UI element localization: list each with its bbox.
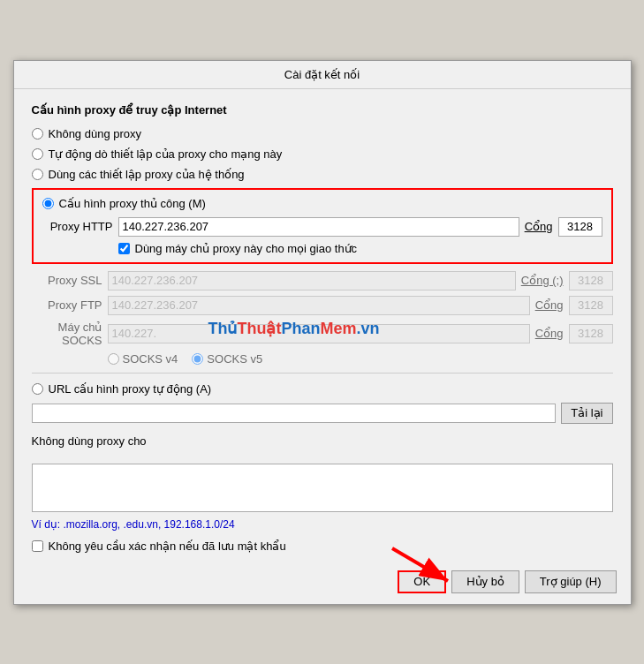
radio-manual-proxy-input[interactable] (42, 198, 54, 209)
proxy-socks-wrapper: Máy chủ SOCKS Cổng ThủThuậtPhanMem.vn (32, 321, 613, 347)
radio-url-auto-input[interactable] (32, 383, 43, 395)
radio-no-proxy[interactable]: Không dùng proxy (32, 127, 613, 140)
port-socks-label: Cổng (535, 327, 564, 340)
cancel-button[interactable]: Hủy bỏ (451, 570, 519, 593)
no-proxy-section: Không dùng proxy cho Ví dụ: .mozilla.org… (32, 434, 613, 531)
proxy-http-label: Proxy HTTP (42, 220, 113, 233)
no-proxy-label: Không dùng proxy cho (32, 434, 613, 448)
proxy-http-row: Proxy HTTP Cổng (42, 217, 602, 237)
use-same-proxy-label: Dùng máy chủ proxy này cho mọi giao thức (135, 242, 358, 255)
no-proxy-textarea[interactable] (32, 464, 613, 512)
socks-v5-label: SOCKS v5 (207, 352, 262, 366)
dialog: Cài đặt kết nối Cấu hình proxy để truy c… (13, 60, 632, 605)
manual-proxy-box: Cấu hình proxy thủ công (M) Proxy HTTP C… (32, 188, 613, 264)
no-password-label: Không yêu cầu xác nhận nếu đã lưu mật kh… (49, 540, 286, 553)
radio-url-auto-label: URL cấu hình proxy tự động (A) (49, 382, 212, 396)
proxy-ssl-row: Proxy SSL Cổng (;) (32, 271, 613, 290)
socks-v4-radio[interactable] (108, 353, 119, 365)
socks-version-row: SOCKS v4 SOCKS v5 (108, 352, 613, 366)
dialog-footer: OK Hủy bỏ Trợ giúp (H) (14, 563, 631, 604)
port-ftp-input (569, 296, 613, 315)
port-http-label: Cổng (525, 220, 553, 233)
no-password-checkbox[interactable] (32, 540, 43, 552)
title-text: Cài đặt kết nối (284, 68, 360, 81)
port-http-input[interactable] (558, 217, 602, 237)
radio-manual-proxy-label: Cấu hình proxy thủ công (M) (59, 197, 206, 210)
socks-v4-option[interactable]: SOCKS v4 (108, 352, 178, 366)
use-same-proxy-row[interactable]: Dùng máy chủ proxy này cho mọi giao thức (118, 242, 602, 255)
radio-system-proxy[interactable]: Dùng các thiết lập proxy của hệ thống (32, 168, 613, 181)
radio-auto-detect[interactable]: Tự động dò thiết lập của proxy cho mạng … (32, 147, 613, 161)
no-password-row[interactable]: Không yêu cầu xác nhận nếu đã lưu mật kh… (32, 540, 613, 553)
dialog-body: Cấu hình proxy để truy cập Internet Khôn… (14, 89, 631, 563)
proxy-ssl-input (108, 271, 516, 290)
proxy-ftp-input (108, 296, 530, 315)
example-text: Ví dụ: .mozilla.org, .edu.vn, 192.168.1.… (32, 518, 613, 531)
radio-no-proxy-label: Không dùng proxy (49, 127, 142, 140)
radio-no-proxy-input[interactable] (32, 128, 43, 140)
proxy-ftp-label: Proxy FTP (32, 298, 102, 312)
proxy-http-input[interactable] (118, 217, 519, 237)
url-auto-input[interactable] (32, 404, 557, 423)
proxy-socks-row: Máy chủ SOCKS Cổng (32, 321, 613, 347)
dialog-title: Cài đặt kết nối (14, 61, 631, 89)
radio-auto-detect-label: Tự động dò thiết lập của proxy cho mạng … (49, 147, 283, 161)
radio-url-auto[interactable]: URL cấu hình proxy tự động (A) (32, 382, 613, 396)
divider (32, 373, 613, 374)
port-ssl-label: Cổng (;) (521, 274, 564, 287)
use-same-proxy-checkbox[interactable] (118, 243, 130, 254)
red-arrow-icon (388, 544, 458, 588)
help-button[interactable]: Trợ giúp (H) (525, 570, 617, 593)
socks-v5-option[interactable]: SOCKS v5 (192, 352, 262, 366)
svg-line-1 (392, 548, 448, 581)
radio-manual-proxy[interactable]: Cấu hình proxy thủ công (M) (42, 197, 602, 210)
proxy-socks-input (108, 324, 530, 343)
port-socks-input (569, 324, 613, 343)
reload-button[interactable]: Tải lại (561, 403, 612, 424)
socks-v4-label: SOCKS v4 (123, 352, 178, 366)
radio-system-proxy-label: Dùng các thiết lập proxy của hệ thống (49, 168, 245, 181)
url-row: Tải lại (32, 403, 613, 424)
port-ftp-label: Cổng (535, 298, 564, 312)
proxy-socks-label: Máy chủ SOCKS (32, 321, 102, 347)
proxy-ssl-label: Proxy SSL (32, 274, 102, 287)
proxy-ftp-row: Proxy FTP Cổng (32, 296, 613, 315)
radio-system-proxy-input[interactable] (32, 169, 43, 180)
radio-auto-detect-input[interactable] (32, 148, 43, 160)
port-ssl-input (569, 271, 613, 290)
section-title: Cấu hình proxy để truy cập Internet (32, 103, 613, 117)
url-auto-section: URL cấu hình proxy tự động (A) Tải lại (32, 382, 613, 424)
socks-v5-radio[interactable] (192, 353, 203, 365)
